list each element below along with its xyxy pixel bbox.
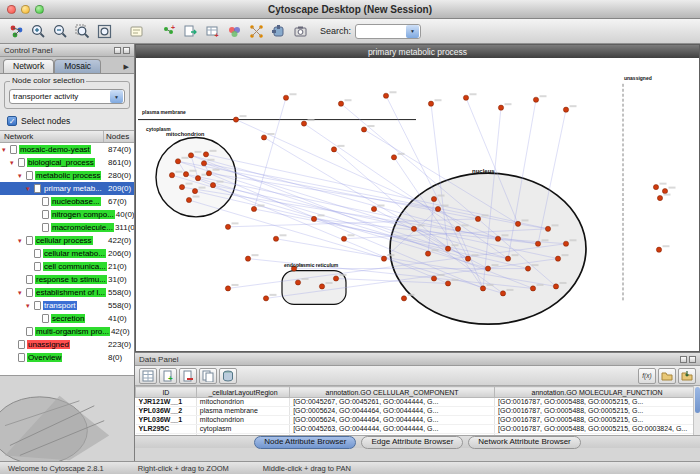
zoom-window-button[interactable] [35,5,44,14]
tab-edge-attribute-browser[interactable]: Edge Attribute Browser [361,436,463,449]
tab-mosaic[interactable]: Mosaic [54,59,101,73]
tree-item[interactable]: nucleobase...67(0) [0,195,134,208]
panel-close-button[interactable] [689,356,696,363]
tree-item[interactable]: ▾establishment of l...558(0) [0,286,134,299]
tab-scroll-arrow-icon[interactable]: ▶ [124,63,132,73]
search-input[interactable] [356,27,406,36]
tree-item[interactable]: ▾primary metab...209(0) [0,182,134,195]
minimize-window-button[interactable] [21,5,30,14]
expander-icon[interactable]: ▾ [26,185,34,193]
tab-node-attribute-browser[interactable]: Node Attribute Browser [254,436,356,449]
copy-attribute-icon[interactable] [199,368,217,384]
tree-item-count: 206(0) [107,249,134,258]
tree-item[interactable]: macromolecule...311(0) [0,221,134,234]
layout-icon[interactable] [246,21,267,42]
data-panel-toolbar: + f(x) [135,366,700,386]
vizmapper-icon[interactable] [224,21,245,42]
clear-attribute-icon[interactable] [219,368,237,384]
table-cell: YLR295C [136,425,197,434]
table-column-header[interactable]: ID [136,387,197,398]
table-cell: YPL036W__2 [136,407,197,416]
tree-item[interactable]: ▾mosaic-demo-yeast874(0) [0,143,134,156]
table-row[interactable]: YPL036W__2plasma membrane[GO:0005624, GO… [136,407,700,416]
table-row[interactable]: YJR121W__1mitochondrion[GO:0045267, GO:0… [136,398,700,407]
plugins-icon[interactable] [268,21,289,42]
tree-column-network[interactable]: Network [0,131,104,142]
expander-icon[interactable]: ▾ [18,172,26,180]
tree-item[interactable]: secretion41(0) [0,312,134,325]
import-attributes-icon[interactable] [658,368,676,384]
node-label-tick [182,157,189,159]
panel-float-button[interactable] [114,47,121,54]
select-attributes-icon[interactable] [139,368,157,384]
search-dropdown-arrow-icon[interactable]: ▼ [406,25,419,38]
import-network-icon[interactable] [180,21,201,42]
node-label-tick [186,183,193,185]
export-attributes-icon[interactable] [678,368,696,384]
close-window-button[interactable] [7,5,16,14]
tree-item[interactable]: ▾metabolic process280(0) [0,169,134,182]
tree-item[interactable]: multi-organism pro...42(0) [0,325,134,338]
zoom-selected-icon[interactable] [72,21,93,42]
network-doc-icon [42,210,49,219]
tab-network[interactable]: Network [3,59,54,73]
graph-node [301,121,306,126]
snapshot-icon[interactable] [290,21,311,42]
create-attribute-icon[interactable]: + [159,368,177,384]
table-cell: YJR121W__1 [136,398,197,407]
table-row[interactable]: YPL036W__1mitochondrion[GO:0005624, GO:0… [136,416,700,425]
panel-close-button[interactable] [123,47,130,54]
node-label-tick [552,224,559,226]
tree-item[interactable]: nitrogen compo...40(0) [0,208,134,221]
zoom-in-icon[interactable] [28,21,49,42]
select-nodes-checkbox[interactable]: ✓ [7,116,17,126]
new-network-icon[interactable]: + [158,21,179,42]
tree-item-count: 558(0) [107,301,134,310]
expander-icon[interactable]: ▾ [26,302,34,310]
zoom-fit-icon[interactable] [94,21,115,42]
zoom-out-icon[interactable] [50,21,71,42]
network-canvas[interactable]: plasma membranecytoplasmmitochondrionnuc… [136,58,699,351]
panel-float-button[interactable] [680,356,687,363]
graph-node [233,117,238,122]
tree-item[interactable]: unassigned223(0) [0,338,134,351]
network-manager-icon[interactable] [6,21,27,42]
status-bar: Welcome to Cytoscape 2.8.1 Right-click +… [0,461,700,474]
table-row[interactable]: YKR052Ccytoplasm[GO:0031966, GO:0044444,… [136,434,700,436]
table-scrollbar-thumb[interactable] [695,387,700,413]
node-label-tick [193,196,200,198]
table-column-header[interactable]: _cellularLayoutRegion [196,387,289,398]
table-column-header[interactable]: annotation.GO MOLECULAR_FUNCTION [495,387,700,398]
expander-icon[interactable]: ▾ [18,237,26,245]
tree-item-label: cell communica... [43,262,107,271]
table-column-header[interactable]: annotation.GO CELLULAR_COMPONENT [290,387,495,398]
expander-icon[interactable]: ▾ [2,146,10,154]
tree-item[interactable]: response to stimu...31(0) [0,273,134,286]
load-table-icon[interactable]: + [202,21,223,42]
svg-text:+: + [171,24,175,31]
annotation-icon[interactable] [126,21,147,42]
birds-eye-overview[interactable] [0,375,134,461]
node-label-tick [345,99,352,101]
attribute-table[interactable]: ID_cellularLayoutRegionannotation.GO CEL… [135,386,700,435]
expander-icon[interactable]: ▾ [18,289,26,297]
graph-node [475,216,480,221]
table-scrollbar[interactable] [693,386,700,435]
node-color-dropdown[interactable]: transporter activity ▼ [9,89,125,104]
tree-item[interactable]: cellular metabo...206(0) [0,247,134,260]
tree-item[interactable]: cell communica...21(0) [0,260,134,273]
network-graph[interactable]: plasma membranecytoplasmmitochondrionnuc… [136,58,699,351]
tree-item[interactable]: ▾transport558(0) [0,299,134,312]
equation-icon[interactable]: f(x) [638,368,656,384]
tree-column-nodes[interactable]: Nodes [104,131,134,142]
table-row[interactable]: YLR295Ccytoplasm[GO:0045263, GO:0044444,… [136,425,700,434]
delete-attribute-icon[interactable] [179,368,197,384]
tree-item[interactable]: ▾cellular process422(0) [0,234,134,247]
graph-node [338,101,343,106]
tab-network-attribute-browser[interactable]: Network Attribute Browser [468,436,580,449]
expander-icon[interactable]: ▾ [10,159,18,167]
tree-item[interactable]: Overview8(0) [0,351,134,364]
network-view-title[interactable]: primary metabolic process [136,45,699,58]
tree-item[interactable]: ▾biological_process861(0) [0,156,134,169]
svg-text:mitochondrion: mitochondrion [166,131,204,137]
